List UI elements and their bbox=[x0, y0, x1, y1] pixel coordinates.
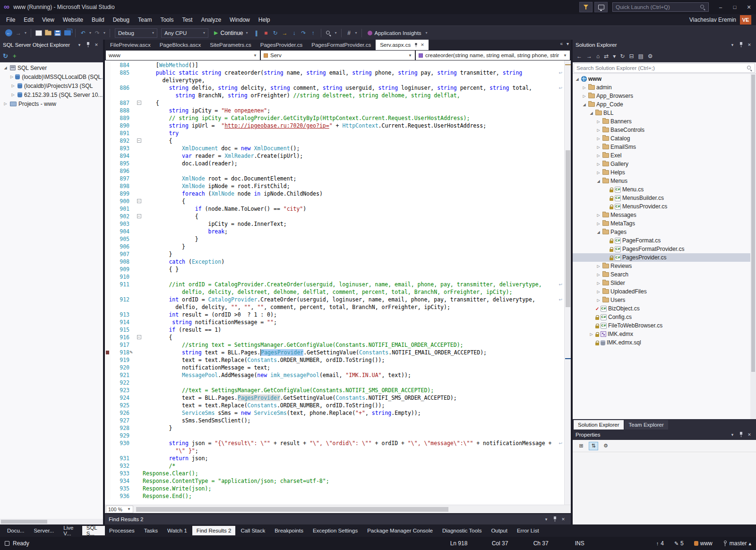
sql-panel-hscrollbar[interactable] bbox=[0, 519, 103, 524]
solution-tree-scrollbar[interactable] bbox=[750, 74, 756, 419]
fold-margin[interactable] bbox=[135, 341, 143, 349]
window-position-icon[interactable]: ▾ bbox=[729, 432, 736, 437]
collapse-icon[interactable]: − bbox=[137, 335, 141, 339]
tree-item[interactable]: C#Config.cs bbox=[573, 313, 756, 321]
code-line[interactable]: 930 string json = "{\"result\": \"" + re… bbox=[105, 439, 564, 447]
menu-item-test[interactable]: Test bbox=[178, 14, 197, 26]
show-all-files-icon[interactable]: ▤ bbox=[638, 53, 643, 60]
breakpoint-margin[interactable] bbox=[105, 296, 111, 303]
code-line[interactable]: 894 var reader = XmlReader.Create(ipUrl)… bbox=[105, 152, 564, 160]
code-line[interactable]: 914 string notificationMessage = ""; bbox=[105, 318, 564, 326]
expander-icon[interactable]: ◢ bbox=[596, 230, 601, 234]
chevron-down-icon[interactable]: ▾ bbox=[103, 31, 106, 35]
fold-margin[interactable] bbox=[135, 250, 143, 258]
breakpoint-margin[interactable] bbox=[105, 485, 111, 492]
new-file-icon[interactable] bbox=[35, 30, 42, 36]
fold-margin[interactable] bbox=[135, 455, 143, 462]
breakpoint-margin[interactable] bbox=[105, 266, 111, 273]
expander-icon[interactable]: ▷ bbox=[596, 290, 601, 294]
expander-icon[interactable]: ▷ bbox=[596, 281, 601, 285]
save-icon[interactable] bbox=[54, 30, 61, 36]
restart-icon[interactable]: ↻ bbox=[272, 30, 279, 36]
code-line[interactable]: 887− { bbox=[105, 99, 564, 107]
breakpoint-margin[interactable] bbox=[105, 213, 111, 220]
fold-margin[interactable] bbox=[135, 167, 143, 175]
breakpoint-margin[interactable] bbox=[105, 462, 111, 470]
breakpoint-margin[interactable] bbox=[105, 137, 111, 145]
save-all-icon[interactable] bbox=[64, 30, 71, 35]
code-line[interactable]: 900− { bbox=[105, 198, 564, 205]
tree-item[interactable]: ▷MetaTags bbox=[573, 219, 756, 228]
tool-window-tab[interactable]: Docu... bbox=[3, 526, 28, 535]
navigate-forward-icon[interactable]: → bbox=[15, 30, 22, 36]
tool-window-tab[interactable]: Tasks bbox=[140, 526, 162, 535]
fold-margin[interactable] bbox=[135, 228, 143, 235]
tree-item[interactable]: ◢BLL bbox=[573, 109, 756, 117]
menu-item-file[interactable]: File bbox=[2, 14, 19, 26]
expander-icon[interactable]: ◢ bbox=[589, 111, 594, 115]
code-line[interactable]: 891 try bbox=[105, 129, 564, 137]
doc-tab[interactable]: PagesProvider.cs bbox=[256, 40, 307, 50]
tool-window-tab[interactable]: Error List bbox=[513, 526, 543, 535]
breakpoint-margin[interactable] bbox=[105, 258, 111, 266]
tree-item[interactable]: C#MenusBuilder.cs bbox=[573, 194, 756, 202]
stop-debugging-icon[interactable]: ■ bbox=[263, 30, 269, 36]
unpushed-commits-button[interactable]: ↑ 4 bbox=[656, 540, 664, 547]
chevron-down-icon[interactable]: ▾ bbox=[88, 31, 92, 35]
continue-button[interactable]: ▶Continue▾ bbox=[214, 30, 248, 36]
debug-configuration-dropdown[interactable]: Debug▾ bbox=[115, 28, 157, 38]
fold-margin[interactable] bbox=[135, 379, 143, 387]
breakpoint-margin[interactable] bbox=[105, 402, 111, 409]
breakpoint-margin[interactable] bbox=[105, 190, 111, 198]
fold-margin[interactable] bbox=[135, 220, 143, 228]
tree-item[interactable]: ▷Projects - www bbox=[0, 99, 103, 108]
scroll-doc-tabs-icon[interactable]: « bbox=[560, 41, 563, 46]
properties-icon[interactable]: ⚙ bbox=[648, 53, 653, 60]
add-sql-server-icon[interactable]: + bbox=[13, 52, 17, 60]
avatar[interactable]: VE bbox=[740, 15, 751, 25]
collapse-icon[interactable]: − bbox=[137, 214, 141, 218]
code-line[interactable]: 898 XmlNode ipNode = root.FirstChild; bbox=[105, 182, 564, 190]
member-dropdown[interactable]: createorder(string name, string email, s… bbox=[416, 51, 570, 60]
breakpoint-margin[interactable] bbox=[105, 220, 111, 228]
fold-margin[interactable] bbox=[135, 364, 143, 371]
navigate-back-icon[interactable]: ← bbox=[5, 29, 12, 36]
code-line[interactable]: 912 int ordID = CatalogProvider.CreateOr… bbox=[105, 296, 564, 303]
code-line[interactable]: 902− { bbox=[105, 213, 564, 220]
code-line[interactable]: 895 doc.Load(reader); bbox=[105, 160, 564, 167]
fold-margin[interactable] bbox=[135, 235, 143, 243]
breakpoint-margin[interactable] bbox=[105, 455, 111, 462]
expander-icon[interactable]: ▷ bbox=[596, 222, 601, 226]
back-icon[interactable]: ← bbox=[576, 53, 582, 60]
close-icon[interactable]: ✕ bbox=[746, 43, 753, 47]
breakpoint-margin[interactable] bbox=[105, 394, 111, 402]
open-file-icon[interactable] bbox=[45, 31, 52, 35]
fold-margin[interactable] bbox=[135, 424, 143, 432]
property-pages-icon[interactable]: ⚙ bbox=[601, 442, 610, 450]
fold-margin[interactable] bbox=[135, 266, 143, 273]
tool-window-tab[interactable]: Server... bbox=[29, 526, 58, 535]
fold-margin[interactable] bbox=[135, 394, 143, 402]
doc-tab[interactable]: PagesFormatProvider.cs bbox=[307, 40, 375, 50]
tree-item[interactable]: ▷BaseControls bbox=[573, 126, 756, 134]
tree-item[interactable]: ▷Users bbox=[573, 296, 756, 304]
fold-margin[interactable] bbox=[135, 318, 143, 326]
fold-margin[interactable] bbox=[135, 432, 143, 439]
fold-margin[interactable] bbox=[135, 182, 143, 190]
code-line[interactable]: 932 /* bbox=[105, 462, 564, 470]
expander-icon[interactable]: ▷ bbox=[10, 93, 16, 97]
menu-item-team[interactable]: Team bbox=[134, 14, 156, 26]
home-icon[interactable]: ⌂ bbox=[596, 53, 600, 60]
code-line[interactable]: 922 bbox=[105, 379, 564, 387]
code-line[interactable]: 926 ServiceSms sSms = new ServiceSms(tex… bbox=[105, 409, 564, 417]
explorer-tab[interactable]: Solution Explorer bbox=[574, 420, 624, 430]
menu-item-window[interactable]: Window bbox=[225, 14, 254, 26]
fold-margin[interactable]: − bbox=[135, 213, 143, 220]
code-line[interactable]: 928 } bbox=[105, 424, 564, 432]
collapse-icon[interactable]: − bbox=[137, 199, 141, 203]
code-line[interactable]: 889 // string ipCity = CatalogProvider.G… bbox=[105, 114, 564, 122]
tool-window-tab[interactable]: Live V... bbox=[59, 526, 81, 535]
code-line[interactable]: 905 } bbox=[105, 235, 564, 243]
tree-item[interactable]: ▷(localdb)\ProjectsV13 (SQL bbox=[0, 81, 103, 90]
tool-window-tab[interactable]: Call Stack bbox=[236, 526, 269, 535]
